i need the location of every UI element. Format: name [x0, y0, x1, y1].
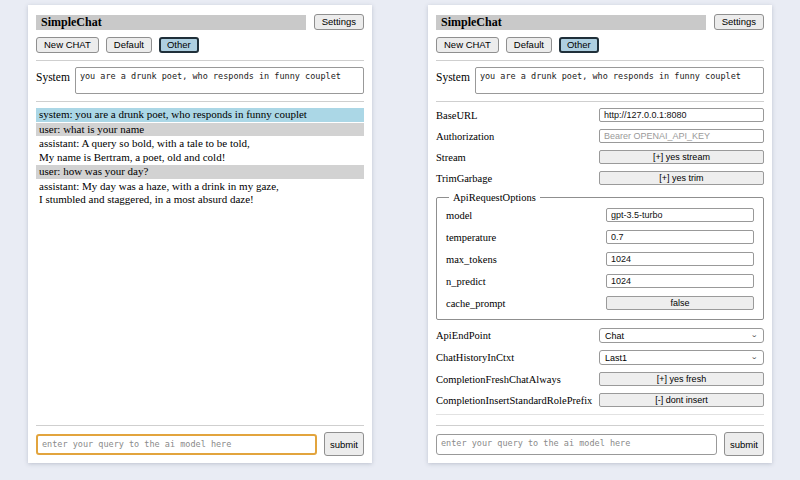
- trimgarbage-label: TrimGarbage: [436, 173, 492, 184]
- system-prompt-row: System you are a drunk poet, who respond…: [36, 67, 364, 94]
- divider: [436, 60, 764, 61]
- n-predict-input[interactable]: [606, 274, 754, 288]
- settings-form: BaseURL Authorization Stream [+] yes str…: [436, 108, 764, 415]
- chat-history-label: ChatHistoryInCtxt: [436, 352, 514, 363]
- chat-panel: SimpleChat Settings New CHAT Default Oth…: [28, 5, 372, 463]
- settings-panel: SimpleChat Settings New CHAT Default Oth…: [428, 5, 772, 463]
- app-title: SimpleChat: [36, 15, 306, 30]
- setting-row-fresh-chat: CompletionFreshChatAlways [+] yes fresh: [436, 372, 764, 386]
- api-request-options-fieldset: ApiRequestOptions model temperature max_…: [436, 192, 764, 320]
- query-footer: submit: [36, 418, 364, 456]
- system-label: System: [36, 67, 70, 83]
- temperature-input[interactable]: [606, 230, 754, 244]
- session-tab-other[interactable]: Other: [559, 37, 599, 53]
- setting-row-authorization: Authorization: [436, 129, 764, 143]
- session-toolbar: New CHAT Default Other: [36, 37, 364, 53]
- system-prompt-row: System you are a drunk poet, who respond…: [436, 67, 764, 94]
- system-label: System: [436, 67, 470, 83]
- chevron-down-icon: ⌄: [750, 354, 758, 361]
- system-prompt-input[interactable]: you are a drunk poet, who responds in fu…: [475, 67, 764, 94]
- setting-row-temperature: temperature: [446, 230, 754, 244]
- settings-button[interactable]: Settings: [714, 14, 764, 30]
- query-input[interactable]: [436, 434, 717, 455]
- chat-message-user: user: what is your name: [36, 123, 364, 137]
- session-tab-other[interactable]: Other: [159, 37, 199, 53]
- chat-history-select[interactable]: Last1 ⌄: [599, 350, 764, 365]
- role-prefix-label: CompletionInsertStandardRolePrefix: [436, 395, 592, 406]
- chat-message-user: user: how was your day?: [36, 165, 364, 179]
- setting-row-chat-history: ChatHistoryInCtxt Last1 ⌄: [436, 350, 764, 365]
- setting-row-role-prefix: CompletionInsertStandardRolePrefix [-] d…: [436, 393, 764, 407]
- api-endpoint-selected-value: Chat: [605, 331, 624, 341]
- fresh-chat-toggle-button[interactable]: [+] yes fresh: [599, 372, 764, 386]
- role-prefix-toggle-button[interactable]: [-] dont insert: [599, 393, 764, 407]
- cache-prompt-toggle-button[interactable]: false: [606, 296, 754, 310]
- setting-row-stream: Stream [+] yes stream: [436, 150, 764, 164]
- model-input[interactable]: [606, 208, 754, 222]
- divider: [436, 425, 764, 426]
- chat-history-selected-value: Last1: [605, 353, 627, 363]
- query-row: submit: [36, 432, 364, 456]
- setting-row-trimgarbage: TrimGarbage [+] yes trim: [436, 171, 764, 185]
- setting-row-cache-prompt: cache_prompt false: [446, 296, 754, 310]
- api-request-options-legend: ApiRequestOptions: [449, 192, 540, 203]
- authorization-input[interactable]: [599, 129, 764, 143]
- n-predict-label: n_predict: [446, 276, 486, 287]
- trimgarbage-toggle-button[interactable]: [+] yes trim: [599, 171, 764, 185]
- divider: [36, 425, 364, 426]
- session-tab-default[interactable]: Default: [106, 37, 152, 53]
- submit-button[interactable]: submit: [324, 432, 364, 456]
- stream-toggle-button[interactable]: [+] yes stream: [599, 150, 764, 164]
- stream-label: Stream: [436, 152, 466, 163]
- query-input[interactable]: [36, 434, 317, 455]
- baseurl-input[interactable]: [599, 108, 764, 122]
- system-prompt-input[interactable]: you are a drunk poet, who responds in fu…: [75, 67, 364, 94]
- authorization-label: Authorization: [436, 131, 494, 142]
- chevron-down-icon: ⌄: [750, 332, 758, 339]
- chat-message-assistant: assistant: A query so bold, with a tale …: [36, 137, 364, 164]
- chat-message-list: system: you are a drunk poet, who respon…: [36, 108, 364, 207]
- title-row: SimpleChat Settings: [436, 14, 764, 30]
- session-tab-default[interactable]: Default: [506, 37, 552, 53]
- api-endpoint-label: ApiEndPoint: [436, 330, 491, 341]
- setting-row-api-endpoint: ApiEndPoint Chat ⌄: [436, 328, 764, 343]
- new-chat-button[interactable]: New CHAT: [36, 37, 99, 53]
- setting-row-model: model: [446, 208, 754, 222]
- submit-button[interactable]: submit: [724, 432, 764, 456]
- chat-message-assistant: assistant: My day was a haze, with a dri…: [36, 180, 364, 207]
- settings-button[interactable]: Settings: [314, 14, 364, 30]
- model-label: model: [446, 210, 472, 221]
- divider: [436, 414, 764, 415]
- setting-row-baseurl: BaseURL: [436, 108, 764, 122]
- app-title: SimpleChat: [436, 15, 706, 30]
- max-tokens-input[interactable]: [606, 252, 754, 266]
- cache-prompt-label: cache_prompt: [446, 298, 505, 309]
- temperature-label: temperature: [446, 232, 496, 243]
- max-tokens-label: max_tokens: [446, 254, 497, 265]
- setting-row-n-predict: n_predict: [446, 274, 754, 288]
- api-endpoint-select[interactable]: Chat ⌄: [599, 328, 764, 343]
- divider: [36, 101, 364, 102]
- baseurl-label: BaseURL: [436, 110, 477, 121]
- divider: [36, 60, 364, 61]
- chat-message-system: system: you are a drunk poet, who respon…: [36, 108, 364, 122]
- query-row: submit: [436, 432, 764, 456]
- divider: [436, 101, 764, 102]
- title-row: SimpleChat Settings: [36, 14, 364, 30]
- setting-row-max-tokens: max_tokens: [446, 252, 754, 266]
- fresh-chat-label: CompletionFreshChatAlways: [436, 374, 561, 385]
- query-footer: submit: [436, 418, 764, 456]
- new-chat-button[interactable]: New CHAT: [436, 37, 499, 53]
- session-toolbar: New CHAT Default Other: [436, 37, 764, 53]
